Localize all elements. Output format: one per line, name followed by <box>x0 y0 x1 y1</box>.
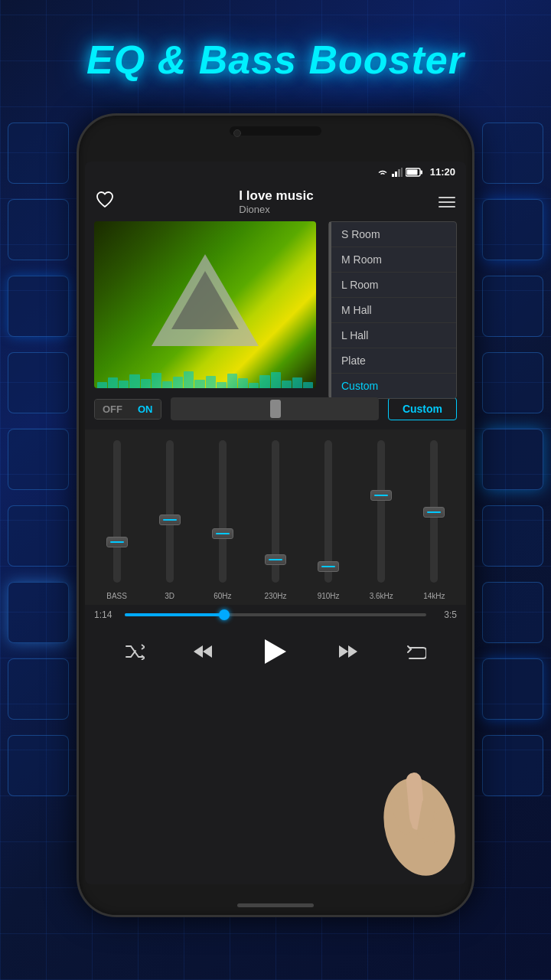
eq-band-labels: BASS 3D 60Hz 230Hz 910Hz 3.6kHz 14kHz <box>85 590 466 605</box>
svg-marker-9 <box>265 639 286 664</box>
waveform-bar <box>173 377 183 388</box>
eq-band-3600hz[interactable] <box>356 437 407 586</box>
eq-band-60hz[interactable] <box>197 437 248 586</box>
preset-custom[interactable]: Custom <box>329 374 456 398</box>
eq-band-230hz[interactable] <box>249 437 301 586</box>
3d-track[interactable] <box>166 440 174 583</box>
total-time: 3:5 <box>432 609 457 620</box>
230hz-track[interactable] <box>272 440 279 583</box>
svg-rect-5 <box>420 170 422 174</box>
custom-preset-button[interactable]: Custom <box>388 397 457 420</box>
app-title: EQ & Bass Booster <box>0 37 551 83</box>
song-title: I love music <box>239 188 313 204</box>
svg-rect-2 <box>398 169 400 177</box>
waveform-bar <box>227 374 237 388</box>
waveform-bar <box>206 376 216 388</box>
signal-icon <box>392 168 403 177</box>
phone-frame: 11:20 I love music Dionex <box>77 113 474 917</box>
bass-track[interactable] <box>113 440 121 583</box>
favorite-button[interactable] <box>96 191 114 213</box>
eq-band-3d[interactable] <box>144 437 195 586</box>
waveform-bar <box>119 381 129 388</box>
waveform-bar <box>184 371 194 388</box>
waveform <box>94 367 316 388</box>
waveform-bar <box>271 372 281 388</box>
menu-button[interactable] <box>439 197 455 207</box>
phone-camera <box>233 129 241 137</box>
shuffle-button[interactable] <box>119 636 150 667</box>
waveform-bar <box>97 382 107 388</box>
menu-line-1 <box>439 197 455 198</box>
wifi-icon <box>377 168 389 177</box>
eq-intensity-slider[interactable] <box>171 397 379 420</box>
preset-m-room[interactable]: M Room <box>329 247 456 273</box>
14khz-thumb <box>423 507 445 518</box>
song-info: I love music Dionex <box>239 188 313 215</box>
progress-row: 1:14 3:5 <box>85 605 466 625</box>
910hz-thumb <box>318 561 339 572</box>
svg-marker-8 <box>203 645 212 658</box>
eq-band-910hz[interactable] <box>303 437 354 586</box>
waveform-bar <box>141 379 151 388</box>
art-area: S Room M Room L Room M Hall L Hall Plate… <box>94 221 457 388</box>
preset-s-room[interactable]: S Room <box>329 222 456 247</box>
forward-button[interactable] <box>333 636 364 667</box>
repeat-button[interactable] <box>401 636 432 667</box>
waveform-bar <box>303 382 313 388</box>
status-time: 11:20 <box>430 166 455 178</box>
svg-rect-3 <box>401 168 403 177</box>
waveform-bar <box>129 374 139 388</box>
current-time: 1:14 <box>94 609 119 620</box>
battery-icon <box>406 168 422 177</box>
preset-l-room[interactable]: L Room <box>329 273 456 298</box>
waveform-bar <box>249 383 259 388</box>
label-3600hz: 3.6kHz <box>356 592 407 600</box>
waveform-bar <box>238 378 248 388</box>
phone-notch <box>230 126 321 136</box>
3600hz-track[interactable] <box>377 440 385 583</box>
preset-l-hall[interactable]: L Hall <box>329 323 456 348</box>
preset-plate[interactable]: Plate <box>329 348 456 374</box>
svg-marker-11 <box>348 645 357 658</box>
eq-sliders-container <box>85 430 466 590</box>
svg-rect-0 <box>392 174 394 177</box>
phone-screen: 11:20 I love music Dionex <box>85 162 466 884</box>
label-14khz: 14kHz <box>409 592 460 600</box>
album-art <box>94 221 316 388</box>
230hz-thumb <box>265 554 286 565</box>
status-icons <box>377 168 422 177</box>
14khz-track[interactable] <box>430 440 438 583</box>
playback-controls <box>85 625 466 683</box>
progress-thumb <box>219 609 230 620</box>
waveform-bar <box>259 375 269 388</box>
svg-rect-1 <box>395 172 397 177</box>
song-artist: Dionex <box>239 204 313 215</box>
progress-track[interactable] <box>125 613 426 616</box>
dropdown-divider <box>329 222 331 398</box>
waveform-bar <box>194 380 204 388</box>
progress-fill <box>125 613 224 616</box>
60hz-thumb <box>212 528 233 539</box>
60hz-track[interactable] <box>219 440 227 583</box>
preset-m-hall[interactable]: M Hall <box>329 298 456 323</box>
menu-line-3 <box>439 206 455 207</box>
waveform-bar <box>108 377 118 388</box>
rewind-button[interactable] <box>187 636 218 667</box>
svg-marker-7 <box>194 645 203 658</box>
910hz-track[interactable] <box>324 440 332 583</box>
eq-slider-thumb <box>270 400 281 418</box>
phone-home-button[interactable] <box>237 903 314 907</box>
eq-band-14khz[interactable] <box>409 437 460 586</box>
waveform-bar <box>292 377 302 388</box>
toggle-on-label[interactable]: ON <box>130 400 161 419</box>
svg-rect-6 <box>406 169 417 175</box>
waveform-bar <box>162 381 172 388</box>
toggle-off-label[interactable]: OFF <box>95 400 130 419</box>
play-button[interactable] <box>256 632 295 671</box>
album-art-triangle <box>152 254 259 346</box>
eq-toggle-switch[interactable]: OFF ON <box>94 399 161 420</box>
waveform-bar <box>152 373 161 388</box>
label-60hz: 60Hz <box>197 592 248 600</box>
eq-band-bass[interactable] <box>91 437 142 586</box>
label-3d: 3D <box>144 592 195 600</box>
